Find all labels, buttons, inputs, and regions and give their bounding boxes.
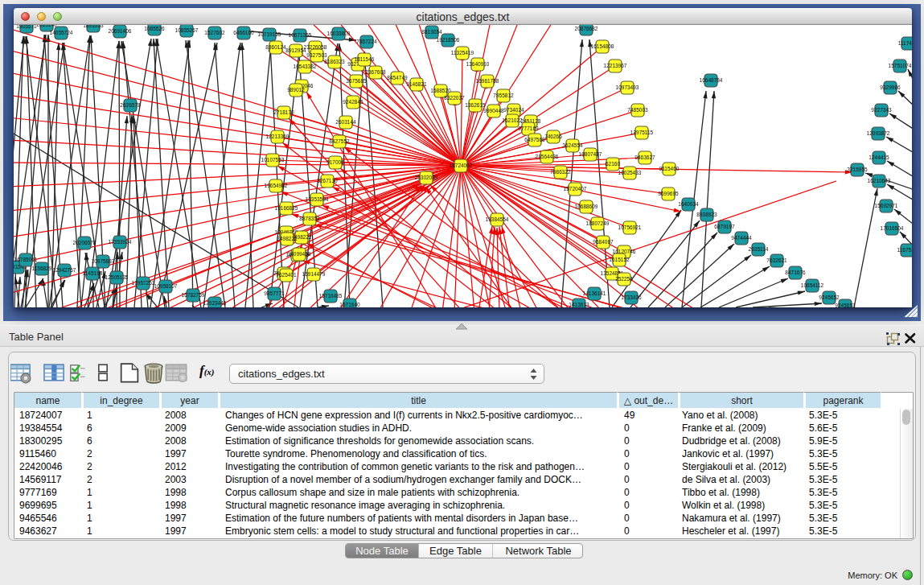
svg-text:1413613: 1413613 [569, 302, 589, 307]
svg-text:1156829: 1156829 [32, 266, 52, 271]
svg-text:15720407: 15720407 [564, 186, 587, 192]
svg-text:2603144: 2603144 [335, 119, 356, 125]
svg-text:2626578: 2626578 [120, 102, 141, 108]
svg-text:17957253: 17957253 [132, 280, 155, 286]
svg-text:9777169: 9777169 [518, 126, 539, 131]
svg-text:1615152: 1615152 [609, 257, 630, 262]
svg-text:16785061: 16785061 [14, 257, 38, 262]
svg-text:3215955: 3215955 [847, 167, 868, 172]
svg-text:12923446: 12923446 [203, 300, 227, 306]
svg-text:2718170: 2718170 [273, 109, 294, 115]
svg-text:3675685: 3675685 [346, 78, 367, 84]
svg-text:1527602: 1527602 [204, 30, 225, 35]
svg-text:9329966: 9329966 [880, 84, 901, 90]
svg-text:7857224: 7857224 [356, 39, 377, 44]
svg-text:10807487: 10807487 [579, 151, 602, 157]
svg-text:3624554: 3624554 [562, 142, 583, 148]
svg-text:252254: 252254 [615, 276, 633, 282]
svg-text:10973493: 10973493 [616, 84, 639, 90]
svg-text:9990448: 9990448 [483, 108, 504, 113]
svg-text:7632621: 7632621 [766, 257, 787, 263]
svg-text:7485003: 7485003 [627, 107, 648, 113]
svg-text:18807249: 18807249 [586, 220, 610, 226]
svg-text:8427552: 8427552 [329, 138, 350, 144]
svg-text:19654982: 19654982 [265, 183, 288, 188]
svg-text:10975887: 10975887 [92, 258, 115, 264]
svg-text:12942757: 12942757 [53, 267, 76, 273]
svg-text:16210643: 16210643 [868, 178, 891, 183]
svg-text:20206578: 20206578 [73, 240, 97, 245]
svg-text:9245652: 9245652 [819, 295, 840, 300]
svg-text:10855267: 10855267 [175, 27, 199, 33]
svg-text:15716485: 15716485 [319, 293, 343, 299]
svg-text:8878352: 8878352 [299, 216, 320, 221]
svg-text:19218506: 19218506 [437, 37, 460, 43]
svg-text:9115460: 9115460 [659, 166, 680, 171]
svg-text:7625401: 7625401 [276, 272, 297, 278]
svg-text:9227343: 9227343 [871, 107, 892, 113]
svg-text:8813054: 8813054 [421, 29, 442, 35]
svg-text:17353924: 17353924 [109, 239, 132, 245]
svg-text:1571640: 1571640 [339, 302, 360, 307]
svg-text:20691406: 20691406 [109, 28, 132, 34]
svg-text:1167532: 1167532 [897, 247, 912, 253]
svg-text:8322037: 8322037 [444, 95, 465, 101]
svg-text:15692971: 15692971 [875, 203, 898, 208]
svg-text:1362615: 1362615 [465, 102, 486, 108]
svg-text:9734024: 9734024 [503, 107, 524, 113]
svg-text:1244415: 1244415 [869, 154, 889, 160]
svg-text:8860124: 8860124 [265, 44, 286, 50]
svg-text:1905571: 1905571 [16, 25, 37, 29]
svg-text:989012: 989012 [287, 87, 305, 93]
svg-text:13353594: 13353594 [306, 196, 329, 202]
svg-text:1733426: 1733426 [621, 295, 642, 300]
svg-text:12213967: 12213967 [604, 63, 627, 68]
svg-text:3498221: 3498221 [277, 236, 298, 241]
svg-text:20876682: 20876682 [575, 26, 598, 31]
svg-text:18724007: 18724007 [450, 163, 473, 168]
svg-text:1640934: 1640934 [678, 201, 699, 207]
svg-text:15751074: 15751074 [889, 63, 912, 68]
svg-text:9327503: 9327503 [306, 52, 327, 58]
svg-text:1588520: 1588520 [430, 88, 451, 93]
svg-text:9463627: 9463627 [634, 154, 655, 160]
svg-text:16648784: 16648784 [700, 77, 723, 83]
svg-text:1621022: 1621022 [502, 117, 523, 123]
svg-text:14099488: 14099488 [288, 251, 311, 257]
svg-text:917006: 917006 [326, 159, 344, 165]
svg-text:2367608: 2367608 [365, 69, 386, 75]
svg-text:10654112: 10654112 [801, 282, 824, 288]
svg-text:6466160: 6466160 [233, 30, 254, 35]
svg-text:10671355: 10671355 [289, 32, 312, 38]
svg-text:16961758: 16961758 [476, 78, 499, 84]
svg-text:1145194: 1145194 [83, 270, 103, 276]
svg-text:10107553: 10107553 [261, 157, 285, 163]
svg-text:14136141: 14136141 [583, 290, 606, 296]
svg-text:16543382: 16543382 [294, 64, 317, 69]
svg-text:12093872: 12093872 [867, 130, 890, 136]
svg-text:2935114: 2935114 [749, 246, 769, 252]
svg-text:62160: 62160 [606, 161, 620, 167]
svg-text:6497568: 6497568 [524, 137, 545, 142]
svg-text:9684067: 9684067 [593, 239, 614, 245]
svg-text:8471676: 8471676 [785, 270, 806, 275]
svg-text:12505135: 12505135 [105, 274, 129, 280]
svg-text:9146821: 9146821 [406, 81, 427, 87]
svg-text:16154808: 16154808 [591, 43, 614, 49]
svg-text:2069140: 2069140 [36, 25, 57, 27]
svg-text:9245653: 9245653 [835, 303, 856, 307]
svg-text:25302033: 25302033 [415, 175, 438, 180]
svg-text:16033809: 16033809 [327, 31, 351, 36]
svg-text:1891053: 1891053 [83, 25, 104, 28]
svg-text:16782759: 16782759 [182, 292, 205, 298]
svg-text:17016504: 17016504 [881, 225, 904, 231]
svg-text:10025433: 10025433 [618, 170, 642, 175]
svg-text:8186323: 8186323 [324, 59, 345, 64]
svg-text:19384554: 19384554 [486, 216, 509, 222]
svg-text:746266: 746266 [544, 134, 562, 139]
svg-text:10688609: 10688609 [575, 204, 598, 209]
svg-text:1117433: 1117433 [898, 40, 912, 46]
svg-text:6879197: 6879197 [714, 224, 735, 229]
svg-text:3267130: 3267130 [317, 178, 338, 183]
svg-text:11325419: 11325419 [451, 50, 474, 56]
